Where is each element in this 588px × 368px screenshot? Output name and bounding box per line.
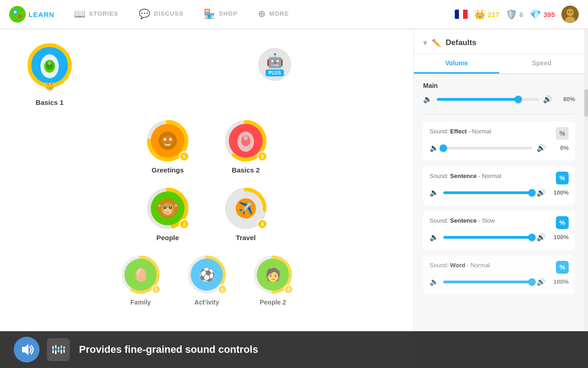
sound-sentence-slow-label: Sound: Sentence - Slow (430, 217, 495, 224)
svg-point-32 (164, 207, 165, 207)
svg-rect-59 (63, 348, 65, 350)
main-volume-pct: 80% (557, 96, 575, 103)
lesson-people2[interactable]: 🧑 2 People 2 (254, 255, 292, 306)
svg-point-14 (48, 61, 51, 65)
sentence-normal-slider[interactable] (443, 191, 532, 194)
svg-point-0 (9, 6, 26, 23)
sn-vol-high-icon: 🔊 (537, 188, 546, 197)
sound-effect-slider-row: 🔈 🔊 0% (430, 144, 569, 152)
panel-collapse-btn[interactable]: ▾ (423, 38, 427, 48)
shop-label: SHOP (219, 10, 237, 17)
lesson-basics2[interactable]: 3 Basics 2 (225, 120, 266, 174)
chat-icon: 💬 (139, 8, 151, 19)
main-content: 👑 Basics 1 🤖 PLUS (0, 29, 588, 368)
svg-point-36 (158, 204, 161, 207)
lesson-greetings-label: Greetings (152, 166, 184, 174)
svg-point-5 (566, 9, 574, 16)
lesson-basics2-label: Basics 2 (232, 166, 260, 174)
plus-button[interactable]: 🤖 PLUS (258, 48, 291, 81)
nav-discuss[interactable]: 💬 DISCUSS (129, 0, 194, 29)
svg-point-7 (568, 12, 570, 13)
sound-effect: Sound: Effect - Normal % 🔈 🔊 0% (423, 121, 575, 161)
nav-right: 👑 217 🛡️ 6 💎 395 (455, 6, 579, 23)
navbar: LEARN 📖 STORIES 💬 DISCUSS 🏪 SHOP ⊕ MORE … (0, 0, 588, 29)
svg-point-3 (14, 11, 17, 13)
sound-word-normal-pct-btn[interactable]: % (556, 261, 569, 274)
main-volume-section: Main 🔈 🔊 80% (414, 75, 584, 114)
effect-pct: 0% (550, 144, 569, 151)
svg-point-24 (243, 136, 248, 140)
stories-label: STORIES (89, 10, 119, 17)
svg-rect-55 (58, 349, 59, 351)
main-volume-row: 🔈 🔊 80% (423, 95, 575, 104)
svg-rect-53 (55, 348, 57, 351)
svg-marker-49 (22, 344, 28, 355)
panel-header: ▾ ✏️ Defaults (414, 29, 584, 54)
shield-stat[interactable]: 🛡️ 6 (506, 9, 523, 20)
sentence-normal-slider-row: 🔈 🔊 100% (430, 188, 569, 197)
sound-sentence-slow: Sound: Sentence - Slow % 🔈 🔊 10 (423, 211, 575, 250)
panel-edit-icon: ✏️ (432, 39, 441, 47)
lesson-basics1[interactable]: 👑 Basics 1 (28, 43, 72, 106)
gem-stat[interactable]: 💎 395 (530, 9, 555, 20)
sound-sentence-normal-pct-btn[interactable]: % (556, 172, 569, 184)
main-volume-slider[interactable] (437, 98, 538, 101)
greetings-badge: 5 (179, 151, 189, 161)
svg-point-19 (169, 138, 172, 141)
sound-effect-pct-btn[interactable]: % (556, 127, 569, 140)
people-badge: 2 (179, 219, 189, 229)
lesson-activity[interactable]: ⚽ 1 Act'ivity (187, 255, 226, 306)
lesson-greetings[interactable]: 5 Greetings (147, 120, 188, 174)
nav-shop[interactable]: 🏪 SHOP (193, 0, 248, 29)
basics2-badge: 3 (257, 151, 267, 161)
avatar[interactable] (561, 6, 579, 23)
lesson-basics1-label: Basics 1 (36, 98, 64, 106)
lesson-travel-label: Travel (236, 234, 255, 242)
plus-badge: PLUS (266, 69, 284, 76)
gem-icon: 💎 (530, 9, 541, 20)
lesson-row-2: 2 People ✈️ (28, 188, 386, 242)
tooltip-eq-icon (47, 338, 70, 361)
nav-more[interactable]: ⊕ MORE (248, 0, 299, 29)
sound-effect-label: Sound: Effect - Normal (430, 128, 491, 135)
vol-high-icon: 🔊 (543, 95, 552, 104)
travel-badge: 4 (257, 219, 267, 229)
ss-pct: 100% (550, 234, 569, 241)
sentence-slow-slider[interactable] (443, 236, 532, 239)
lesson-family-label: Family (130, 299, 151, 306)
language-flag[interactable] (455, 10, 468, 19)
lesson-people[interactable]: 2 People (147, 188, 188, 242)
lesson-family[interactable]: 🥚 2 Family (121, 255, 160, 306)
ss-vol-low-icon: 🔈 (430, 233, 439, 242)
sn-vol-low-icon: 🔈 (430, 188, 439, 197)
svg-point-33 (170, 207, 171, 207)
wn-vol-low-icon: 🔈 (430, 277, 439, 286)
tab-volume[interactable]: Volume (414, 54, 499, 74)
tooltip-text: Provides fine-grained sound controls (79, 344, 258, 356)
sound-sentence-slow-pct-btn[interactable]: % (556, 216, 569, 229)
logo[interactable]: LEARN (9, 6, 55, 23)
tooltip-banner: Provides fine-grained sound controls (0, 331, 588, 368)
nav-stories[interactable]: 📖 STORIES (64, 0, 129, 29)
shield-count: 6 (520, 11, 523, 18)
tooltip-sound-button[interactable] (14, 337, 40, 362)
effect-vol-low-icon: 🔈 (430, 144, 439, 152)
sound-sentence-normal-label: Sound: Sentence - Normal (430, 172, 501, 179)
crown-stat[interactable]: 👑 217 (474, 9, 499, 20)
wn-pct: 100% (550, 278, 569, 285)
lesson-people2-label: People 2 (260, 299, 286, 306)
effect-slider[interactable] (443, 147, 532, 150)
panel-title: Defaults (446, 38, 476, 47)
tab-speed[interactable]: Speed (499, 54, 585, 74)
lesson-area: 👑 Basics 1 🤖 PLUS (0, 29, 413, 368)
word-normal-slider[interactable] (443, 281, 532, 283)
sounds-section: Sound: Effect - Normal % 🔈 🔊 0% (414, 114, 584, 307)
sound-sentence-normal: Sound: Sentence - Normal % 🔈 🔊 (423, 166, 575, 205)
more-icon: ⊕ (258, 8, 266, 19)
shield-icon: 🛡️ (506, 9, 517, 20)
lesson-people-label: People (156, 234, 179, 242)
lesson-activity-label: Act'ivity (194, 299, 219, 306)
lesson-travel[interactable]: ✈️ 4 Travel (225, 188, 266, 242)
sound-word-normal-label: Sound: Word - Normal (430, 262, 490, 269)
sn-pct: 100% (550, 189, 569, 196)
